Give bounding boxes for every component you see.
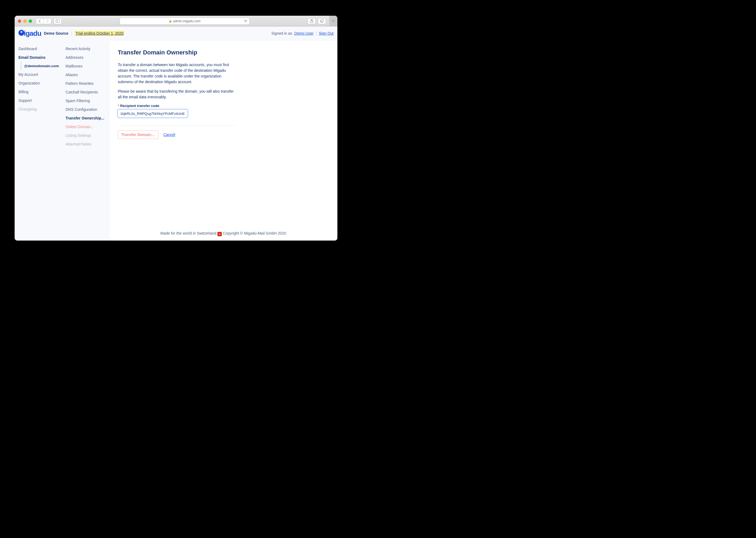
page-title: Transfer Domain Ownership [118,49,329,56]
transfer-domain-button[interactable]: Transfer Domain… [118,130,158,139]
nav-my-account[interactable]: My Account [19,70,62,79]
nav-listing-settings[interactable]: Listing Settings [66,131,109,140]
transfer-code-label: * Recipient transfer code [118,104,237,108]
signout-link[interactable]: Sign Out [319,31,333,35]
trial-link[interactable]: Trial ending October 1, 2020 [75,31,124,36]
maximize-window-button[interactable] [29,20,32,23]
nav-aliases[interactable]: Aliases [66,71,109,79]
nav-dns-config[interactable]: DNS Configuration [66,105,109,114]
traffic-lights [18,20,32,23]
footer: Made for the world in Switzerland + Copy… [118,226,329,236]
footer-right: Copyright © Migadu-Mail GmbH 2020 [223,231,286,236]
nav-transfer-ownership[interactable]: Transfer Ownership... [66,114,109,123]
main-panel: Transfer Domain Ownership To transfer a … [109,40,337,241]
nav-spam-filtering[interactable]: Spam Filtering [66,96,109,105]
user-link[interactable]: Demo User [294,31,314,35]
separator: | [71,31,72,35]
transfer-code-input[interactable] [118,109,188,118]
org-name[interactable]: Demo Source [44,31,68,35]
intro-paragraph-1: To transfer a domain between two Migadu … [118,62,237,85]
primary-nav: Dashboard Email Domains @demodomain.com … [15,40,62,241]
swiss-flag-icon: + [218,232,222,236]
back-button[interactable] [36,19,44,24]
logo-text: igadu [24,29,41,38]
nav-recent-activity[interactable]: Recent Activity [66,44,109,53]
nav-organization[interactable]: Organization [19,79,62,87]
svg-rect-4 [321,20,324,22]
nav-current-domain[interactable]: @demodomain.com [21,62,62,70]
close-window-button[interactable] [18,20,21,23]
address-bar[interactable]: 🔒 admin.migadu.com ⟳ [120,18,250,25]
nav-addresses[interactable]: Addresses [66,53,109,62]
nav-dashboard[interactable]: Dashboard [19,44,62,53]
nav-catchall[interactable]: Catchall Recipients [66,88,109,96]
sidebar-toggle-button[interactable] [54,18,62,24]
nav-billing[interactable]: Billing [19,87,62,96]
app-content: igadu Demo Source | Trial ending October… [15,27,337,241]
signed-in-label: Signed in as [271,31,292,35]
intro-paragraph-2: Please be aware that by transfering the … [118,88,237,100]
logo-icon [19,30,25,36]
secondary-nav: Recent Activity Addresses Mailboxes Alia… [62,40,109,241]
nav-back-forward [36,18,51,24]
app-header: igadu Demo Source | Trial ending October… [15,27,337,40]
titlebar: 🔒 admin.migadu.com ⟳ + [15,16,337,27]
nav-support[interactable]: Support [19,96,62,105]
browser-window: 🔒 admin.migadu.com ⟳ + igadu Demo Source… [15,16,337,241]
url-text: admin.migadu.com [173,19,200,23]
nav-mailboxes[interactable]: Mailboxes [66,62,109,71]
nav-email-domains[interactable]: Email Domains [19,53,62,62]
separator: | [316,31,317,35]
reload-icon[interactable]: ⟳ [244,19,247,23]
minimize-window-button[interactable] [23,20,26,23]
nav-delete-domain[interactable]: Delete Domain... [66,123,109,131]
tabs-button[interactable] [318,18,326,24]
share-button[interactable] [308,18,316,24]
footer-left: Made for the world in Switzerland [160,231,216,236]
nav-pattern-rewrites[interactable]: Pattern Rewrites [66,79,109,88]
nav-changelog[interactable]: Changelog [19,105,62,114]
logo[interactable]: igadu [19,29,41,38]
new-tab-button[interactable]: + [329,16,337,27]
nav-attached-notes[interactable]: Attached Notes [66,140,109,148]
cancel-link[interactable]: Cancel [163,133,175,137]
lock-icon: 🔒 [169,20,172,23]
required-marker: * [118,104,119,108]
svg-rect-0 [56,20,60,23]
forward-button[interactable] [44,19,51,24]
